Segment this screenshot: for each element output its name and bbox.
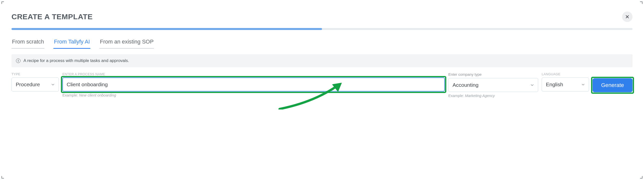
progress-fill	[12, 28, 322, 30]
form-row: TYPE Procedure ENTER A PROCESS NAME Exam…	[12, 72, 632, 98]
type-label: TYPE	[12, 72, 59, 76]
tab-from-scratch[interactable]: From scratch	[12, 38, 44, 49]
info-banner: i A recipe for a process with multiple t…	[12, 54, 632, 67]
chevron-down-icon	[51, 83, 55, 86]
crop-mark	[2, 175, 5, 178]
type-value: Procedure	[16, 82, 40, 88]
chevron-down-icon	[530, 83, 534, 87]
company-type-value: Accounting	[452, 82, 478, 88]
language-value: English	[546, 82, 563, 88]
tab-from-existing-sop[interactable]: From an existing SOP	[99, 38, 154, 49]
language-select[interactable]: English	[542, 78, 589, 91]
language-label: LANGUAGE	[542, 72, 589, 76]
progress-bar	[12, 28, 632, 30]
process-name-label: ENTER A PROCESS NAME	[62, 72, 445, 76]
close-icon	[625, 15, 629, 19]
process-name-input[interactable]	[67, 82, 440, 88]
create-template-dialog: CREATE A TEMPLATE From scratch From Tall…	[0, 0, 644, 103]
generate-button[interactable]: Generate	[592, 78, 632, 92]
info-banner-text: A recipe for a process with multiple tas…	[24, 58, 129, 63]
close-button[interactable]	[622, 12, 632, 22]
company-type-select[interactable]: Accounting	[448, 78, 538, 92]
company-type-label: Enter company type	[448, 72, 538, 77]
tab-from-tallyfy-ai[interactable]: From Tallyfy AI	[54, 38, 90, 49]
info-icon: i	[16, 59, 20, 63]
process-name-input-wrap	[62, 78, 445, 91]
crop-mark	[639, 175, 642, 178]
chevron-down-icon	[581, 83, 585, 86]
generate-highlight: Generate	[592, 78, 632, 92]
process-name-helper: Example: New client onboarding	[62, 93, 445, 97]
process-name-highlight	[62, 78, 445, 91]
source-tabs: From scratch From Tallyfy AI From an exi…	[12, 38, 632, 49]
company-type-helper: Example: Marketing Agency	[448, 93, 538, 98]
page-title: CREATE A TEMPLATE	[12, 13, 92, 21]
type-select[interactable]: Procedure	[12, 78, 59, 91]
